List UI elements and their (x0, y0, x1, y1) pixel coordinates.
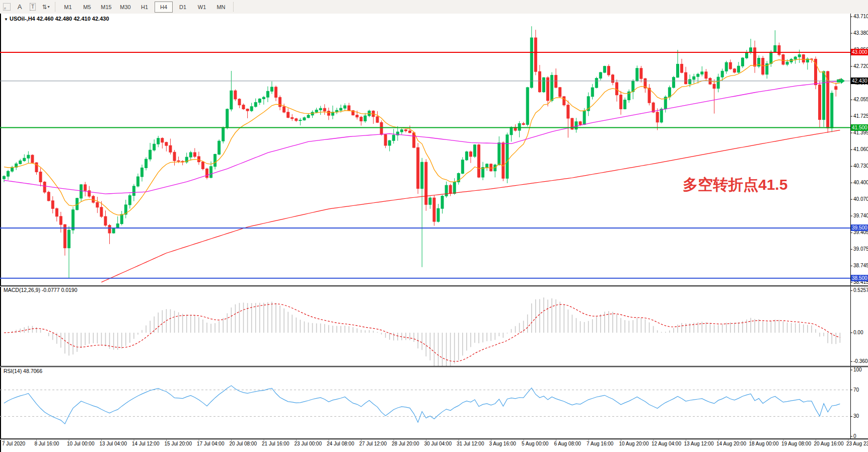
time-label-22: 14 Aug 20:00 (716, 441, 746, 446)
rsi-tick-30: 30 (853, 414, 859, 419)
panel-separator-timeaxis (0, 438, 868, 440)
price-axis-border-2 (850, 367, 851, 438)
price-tick-43.710: 43.710 (853, 14, 868, 19)
toolbar-separator-2 (233, 2, 234, 12)
time-label-26: 23 Aug 23:00 (846, 441, 868, 446)
timeframe-M15[interactable]: M15 (97, 2, 115, 13)
chart-window[interactable] (0, 14, 868, 452)
mt4-window: F A T ⇅▾ M1M5M15M30H1H4D1W1MN ▼ USOil-,H… (0, 0, 868, 452)
time-label-2: 10 Jul 00:00 (67, 441, 95, 446)
time-label-5: 15 Jul 20:00 (165, 441, 192, 446)
time-label-13: 30 Jul 04:00 (424, 441, 452, 446)
rsi-tick-70: 70 (853, 388, 859, 393)
timeframe-MN[interactable]: MN (212, 2, 230, 13)
time-label-20: 12 Aug 04:00 (652, 441, 681, 446)
rsi-tick-100: 100 (853, 367, 862, 372)
chart-dropdown-icon[interactable]: ▼ (4, 17, 8, 22)
time-label-25: 20 Aug 16:00 (814, 441, 844, 446)
level-tag-38.500: 38.500 (851, 275, 868, 281)
level-tag-39.500: 39.500 (851, 224, 868, 231)
time-label-18: 7 Aug 16:00 (587, 441, 613, 446)
time-label-19: 10 Aug 20:00 (619, 441, 649, 446)
time-label-23: 18 Aug 00:00 (749, 441, 779, 446)
time-label-11: 27 Jul 12:00 (359, 441, 387, 446)
price-tick-40.400: 40.400 (853, 180, 868, 185)
rsi-label: RSI(14) 48.7066 (4, 368, 42, 374)
time-label-15: 3 Aug 16:00 (489, 441, 516, 446)
price-axis-border-1 (850, 286, 851, 366)
cursor-a-icon[interactable]: A (14, 2, 26, 12)
macd-tick-0.5257: 0.5257 (853, 288, 868, 293)
time-label-14: 31 Jul 12:00 (457, 441, 484, 446)
timeframe-D1[interactable]: D1 (174, 2, 192, 13)
price-axis-border-0 (850, 14, 851, 285)
dropdown-caret-icon[interactable]: ▾ (48, 5, 50, 9)
crosshair-grid-icon[interactable]: F (1, 2, 13, 12)
time-label-1: 8 Jul 16:00 (35, 441, 59, 446)
time-label-21: 13 Aug 12:00 (684, 441, 714, 446)
time-label-17: 6 Aug 08:00 (554, 441, 581, 446)
chart-title-text: USOil-,H4 42.460 42.480 42.410 42.430 (10, 16, 109, 22)
price-tick-38.745: 38.745 (853, 263, 868, 268)
panel-separator-macd (0, 285, 868, 287)
time-label-4: 14 Jul 12:00 (132, 441, 160, 446)
level-tag-43.000: 43.000 (851, 49, 868, 55)
price-tick-41.395: 41.395 (853, 130, 868, 135)
macd-label: MACD(12,26,9) -0.0777 0.0190 (4, 287, 78, 293)
timeframe-W1[interactable]: W1 (193, 2, 211, 13)
toolbar-separator (55, 2, 56, 12)
indicator-arrows-icon[interactable]: ⇅▾ (40, 2, 52, 12)
chart-title: ▼ USOil-,H4 42.460 42.480 42.410 42.430 (4, 16, 109, 22)
time-label-12: 28 Jul 20:00 (392, 441, 419, 446)
price-tick-41.725: 41.725 (853, 114, 868, 119)
price-tick-42.720: 42.720 (853, 64, 868, 69)
time-label-10: 24 Jul 08:00 (327, 441, 354, 446)
time-label-6: 17 Jul 04:00 (197, 441, 225, 446)
timeframe-buttons: M1M5M15M30H1H4D1W1MN (58, 2, 231, 13)
time-label-3: 13 Jul 04:00 (100, 441, 127, 446)
macd-tick--0.3603: -0.3603 (853, 359, 868, 364)
text-tool-icon[interactable]: T (27, 2, 39, 12)
time-label-9: 23 Jul 00:00 (295, 441, 322, 446)
toolbar: F A T ⇅▾ M1M5M15M30H1H4D1W1MN (0, 0, 868, 14)
macd-tick-0.00: 0.00 (853, 330, 863, 335)
time-label-24: 19 Aug 08:00 (781, 441, 811, 446)
price-tick-43.380: 43.380 (853, 31, 868, 36)
price-tick-41.060: 41.060 (853, 147, 868, 152)
price-tick-42.055: 42.055 (853, 97, 868, 102)
price-tick-40.070: 40.070 (853, 197, 868, 202)
level-tag-41.500: 41.500 (851, 124, 868, 131)
time-label-0: 7 Jul 2020 (2, 441, 25, 446)
timeframe-H4[interactable]: H4 (155, 2, 173, 13)
time-label-8: 21 Jul 16:00 (262, 441, 290, 446)
timeframe-M1[interactable]: M1 (59, 2, 77, 13)
timeframe-M30[interactable]: M30 (116, 2, 134, 13)
current-price-tag: 42.430 (851, 78, 868, 84)
price-tick-40.730: 40.730 (853, 164, 868, 169)
chart-annotation: 多空转折点41.5 (683, 175, 787, 195)
time-label-7: 20 Jul 08:00 (230, 441, 257, 446)
price-tick-39.075: 39.075 (853, 247, 868, 252)
price-tick-39.740: 39.740 (853, 213, 868, 218)
timeframe-H1[interactable]: H1 (135, 2, 154, 13)
timeframe-M5[interactable]: M5 (78, 2, 96, 13)
panel-separator-rsi (0, 366, 868, 367)
time-label-16: 5 Aug 00:00 (522, 441, 548, 446)
